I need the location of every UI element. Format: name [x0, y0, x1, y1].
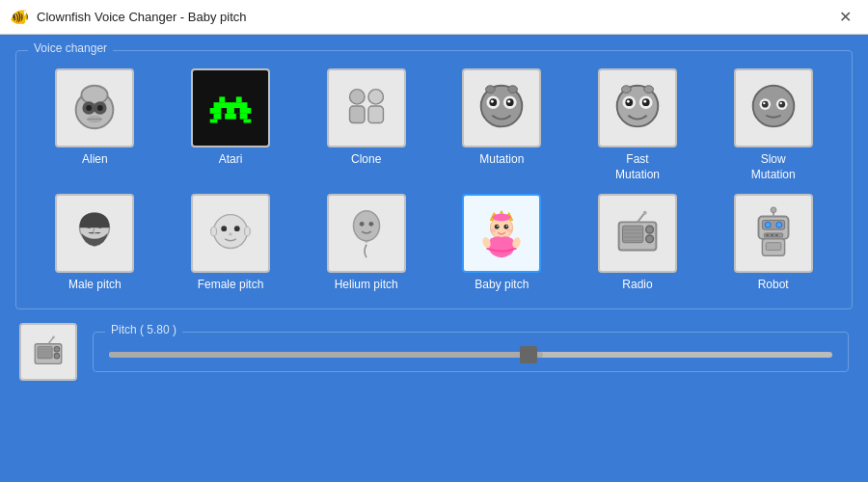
svg-point-57 — [353, 211, 379, 241]
icon-box-alien — [55, 68, 134, 147]
app-icon: 🐠 — [10, 8, 29, 27]
voice-changer-group: Voice changer Alien — [15, 50, 853, 309]
svg-point-54 — [229, 233, 232, 236]
voice-label-helium-pitch: Helium pitch — [335, 278, 398, 293]
pitch-group: Pitch ( 5.80 ) — [93, 332, 849, 372]
svg-rect-90 — [775, 234, 778, 236]
svg-point-29 — [508, 100, 511, 103]
svg-point-62 — [493, 214, 511, 222]
svg-point-31 — [508, 86, 518, 94]
voice-item-robot[interactable]: Robot — [710, 194, 836, 293]
voice-item-fast-mutation[interactable]: Fast Mutation — [575, 68, 701, 182]
svg-point-47 — [779, 102, 781, 104]
svg-point-80 — [643, 211, 647, 215]
icon-box-mutation — [462, 68, 541, 147]
icon-box-helium-pitch — [327, 194, 406, 273]
svg-point-100 — [54, 353, 60, 359]
svg-rect-17 — [221, 108, 227, 114]
svg-rect-22 — [368, 106, 384, 122]
pitch-group-label: Pitch ( 5.80 ) — [105, 323, 182, 336]
svg-point-78 — [646, 235, 654, 243]
voice-label-atari: Atari — [219, 152, 243, 168]
voice-label-fast-mutation: Fast Mutation — [615, 152, 660, 182]
svg-point-50 — [97, 224, 103, 228]
bottom-bar: Pitch ( 5.80 ) — [15, 323, 853, 381]
svg-point-37 — [627, 100, 630, 103]
pitch-slider-thumb[interactable] — [520, 346, 537, 363]
svg-rect-11 — [210, 108, 252, 114]
svg-point-41 — [752, 86, 794, 127]
voice-icons-grid: Alien — [32, 68, 836, 293]
voice-item-female-pitch[interactable]: Female pitch — [168, 194, 294, 293]
icon-box-clone — [327, 68, 406, 147]
close-button[interactable]: ✕ — [831, 4, 858, 31]
svg-point-67 — [491, 228, 497, 232]
svg-rect-16 — [244, 120, 252, 123]
svg-rect-72 — [622, 226, 642, 242]
svg-point-44 — [762, 101, 769, 108]
icon-box-baby-pitch — [462, 194, 541, 273]
voice-label-robot: Robot — [758, 278, 789, 293]
voice-label-slow-mutation: Slow Mutation — [751, 152, 796, 182]
svg-point-55 — [211, 227, 217, 236]
svg-point-86 — [776, 223, 782, 228]
voice-label-clone: Clone — [351, 152, 381, 168]
voice-item-slow-mutation[interactable]: Slow Mutation — [710, 68, 836, 182]
svg-point-102 — [52, 335, 55, 338]
svg-rect-94 — [38, 346, 52, 358]
svg-point-30 — [486, 86, 496, 94]
svg-point-99 — [54, 346, 60, 352]
svg-point-83 — [771, 207, 776, 213]
voice-label-mutation: Mutation — [479, 152, 524, 168]
voice-item-alien[interactable]: Alien — [32, 68, 158, 182]
voice-label-alien: Alien — [82, 152, 108, 168]
pitch-slider-track[interactable] — [109, 352, 832, 358]
icon-box-atari — [191, 68, 270, 147]
svg-point-59 — [368, 222, 373, 227]
main-content: Voice changer Alien — [0, 35, 868, 482]
svg-point-19 — [349, 90, 365, 105]
voice-item-clone[interactable]: Clone — [303, 68, 429, 182]
svg-rect-18 — [234, 108, 240, 114]
voice-item-male-pitch[interactable]: Male pitch — [32, 194, 158, 293]
voice-item-baby-pitch[interactable]: Baby pitch — [439, 194, 565, 293]
svg-rect-9 — [236, 96, 242, 102]
svg-point-1 — [82, 86, 108, 104]
svg-point-53 — [234, 226, 240, 231]
svg-point-56 — [245, 227, 251, 236]
voice-label-radio: Radio — [622, 278, 652, 293]
svg-point-52 — [221, 226, 227, 231]
svg-point-66 — [506, 226, 508, 228]
svg-rect-88 — [766, 234, 769, 236]
icon-box-robot — [734, 194, 813, 273]
svg-point-38 — [643, 100, 646, 103]
voice-label-female-pitch: Female pitch — [198, 278, 264, 293]
voice-item-radio[interactable]: Radio — [575, 194, 701, 293]
svg-point-4 — [87, 105, 93, 111]
svg-rect-89 — [771, 234, 773, 236]
pitch-slider-fill — [109, 352, 543, 358]
icon-box-female-pitch — [191, 194, 270, 273]
voice-item-mutation[interactable]: Mutation — [439, 68, 565, 182]
voice-item-helium-pitch[interactable]: Helium pitch — [303, 194, 429, 293]
svg-point-28 — [491, 100, 494, 103]
voice-item-atari[interactable]: Atari — [168, 68, 294, 182]
svg-point-5 — [97, 105, 103, 111]
icon-box-slow-mutation — [734, 68, 813, 147]
svg-point-21 — [368, 90, 384, 105]
svg-point-85 — [765, 223, 771, 228]
svg-point-77 — [646, 226, 654, 233]
svg-rect-13 — [225, 114, 236, 120]
voice-label-male-pitch: Male pitch — [68, 278, 122, 293]
svg-point-40 — [644, 86, 654, 94]
svg-point-51 — [214, 215, 248, 249]
svg-point-46 — [763, 102, 765, 104]
svg-point-39 — [622, 86, 632, 94]
voice-label-baby-pitch: Baby pitch — [475, 278, 529, 293]
window-title: Clownfish Voice Changer - Baby pitch — [37, 10, 247, 24]
svg-point-64 — [504, 225, 509, 229]
active-effect-icon — [19, 323, 77, 381]
icon-box-fast-mutation — [598, 68, 677, 147]
svg-point-49 — [87, 224, 93, 228]
title-bar: 🐠 Clownfish Voice Changer - Baby pitch ✕ — [0, 0, 868, 35]
